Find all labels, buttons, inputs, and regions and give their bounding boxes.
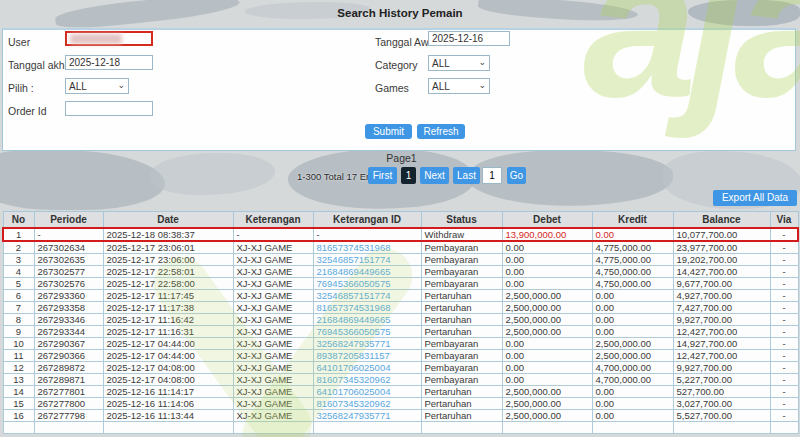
- table-cell: 267302577: [34, 266, 103, 278]
- table-cell: XJ-XJ GAME: [233, 241, 313, 254]
- keterangan-id-link[interactable]: 64101706025004: [313, 362, 421, 374]
- keterangan-id-link[interactable]: 32568247935771: [313, 338, 421, 350]
- table-cell: 9,677,700.00: [673, 278, 770, 290]
- table-row: 32673026352025-12-17 23:06:00XJ-XJ GAME3…: [3, 254, 798, 266]
- keterangan-id-link[interactable]: 81657374531968: [313, 302, 421, 314]
- keterangan-id-link[interactable]: 21684869449665: [313, 314, 421, 326]
- table-cell: [421, 422, 502, 434]
- table-cell: 2,500,000.00: [502, 314, 592, 326]
- keterangan-id-link[interactable]: 32546857151774: [313, 290, 421, 302]
- table-cell: 2025-12-17 22:58:01: [103, 266, 233, 278]
- page: aja Search History Pemain User Tanggal a…: [0, 0, 800, 437]
- category-select[interactable]: ALL ⌄: [428, 55, 490, 71]
- table-cell: [233, 422, 313, 434]
- table-cell: 267277798: [34, 410, 103, 422]
- order-id-input[interactable]: [65, 101, 153, 116]
- chevron-down-icon: ⌄: [117, 80, 125, 90]
- games-selected-value: ALL: [432, 81, 450, 92]
- table-cell: XJ-XJ GAME: [233, 350, 313, 362]
- table-cell: 14,927,700.00: [673, 338, 770, 350]
- column-header: No: [3, 212, 34, 229]
- table-cell: -: [770, 278, 798, 290]
- table-cell: -: [770, 228, 798, 241]
- games-label: Games: [375, 82, 409, 94]
- keterangan-id-link[interactable]: 81607345320962: [313, 398, 421, 410]
- table-cell: 5: [3, 278, 34, 290]
- refresh-button[interactable]: Refresh: [417, 124, 465, 139]
- category-selected-value: ALL: [432, 58, 450, 69]
- table-cell: 3,027,700.00: [673, 398, 770, 410]
- redacted-username: [70, 34, 122, 44]
- column-header: Keterangan: [233, 212, 313, 229]
- table-cell: 4,775,000.00: [592, 241, 673, 254]
- table-cell: 0.00: [592, 410, 673, 422]
- keterangan-id-link[interactable]: 81657374531968: [313, 241, 421, 254]
- current-page-button[interactable]: 1: [401, 167, 416, 184]
- table-cell: XJ-XJ GAME: [233, 278, 313, 290]
- table-cell: Pertaruhan: [421, 410, 502, 422]
- table-cell: XJ-XJ GAME: [233, 326, 313, 338]
- table-cell: 2025-12-17 23:06:00: [103, 254, 233, 266]
- last-page-button[interactable]: Last: [453, 167, 480, 184]
- tanggal-awal-input[interactable]: [428, 31, 510, 46]
- table-cell: 0.00: [502, 266, 592, 278]
- table-cell: 267293344: [34, 326, 103, 338]
- page-title: Search History Pemain: [0, 7, 800, 19]
- tanggal-akhir-input[interactable]: [65, 55, 153, 70]
- table-cell: 267302576: [34, 278, 103, 290]
- keterangan-id-link[interactable]: 81607345320962: [313, 374, 421, 386]
- table-cell: 10,077,700.00: [673, 228, 770, 241]
- keterangan-id-link[interactable]: 76945366050575: [313, 326, 421, 338]
- table-cell: 0.00: [592, 326, 673, 338]
- keterangan-id-link[interactable]: 64101706025004: [313, 386, 421, 398]
- keterangan-id-link[interactable]: 32568247935771: [313, 410, 421, 422]
- table-header-row: NoPeriodeDateKeteranganKeterangan IDStat…: [3, 212, 798, 229]
- table-cell: 16: [3, 410, 34, 422]
- table-cell: 2,500,000.00: [592, 338, 673, 350]
- table-cell: 2025-12-17 11:16:31: [103, 326, 233, 338]
- table-cell: -: [770, 290, 798, 302]
- table-cell: Pembayaran: [421, 241, 502, 254]
- table-cell: 14,427,700.00: [673, 266, 770, 278]
- tanggal-akhir-label: Tanggal akhir: [8, 59, 70, 71]
- table-cell: 0.00: [592, 314, 673, 326]
- table-cell: 2,500,000.00: [502, 326, 592, 338]
- table-cell: 267293358: [34, 302, 103, 314]
- table-cell: 0.00: [592, 386, 673, 398]
- pilih-label: Pilih :: [8, 82, 34, 94]
- table-row: 142672778012025-12-16 11:14:17XJ-XJ GAME…: [3, 386, 798, 398]
- table-cell: [592, 422, 673, 434]
- table-cell: [770, 422, 798, 434]
- table-cell: Pertaruhan: [421, 326, 502, 338]
- table-row: 92672933442025-12-17 11:16:31XJ-XJ GAME7…: [3, 326, 798, 338]
- table-cell: Pembayaran: [421, 338, 502, 350]
- goto-page-input[interactable]: [482, 167, 502, 184]
- table-cell: 8: [3, 314, 34, 326]
- games-select[interactable]: ALL ⌄: [428, 78, 490, 94]
- table-cell: 2,500,000.00: [502, 410, 592, 422]
- table-cell: 2025-12-16 11:14:17: [103, 386, 233, 398]
- table-row: 122672898722025-12-17 04:08:00XJ-XJ GAME…: [3, 362, 798, 374]
- keterangan-id-link[interactable]: 21684869449665: [313, 266, 421, 278]
- export-all-data-button[interactable]: Export All Data: [713, 190, 797, 206]
- submit-button[interactable]: Submit: [365, 124, 412, 139]
- keterangan-id-link[interactable]: 32546857151774: [313, 254, 421, 266]
- keterangan-id-link[interactable]: 89387205831157: [313, 350, 421, 362]
- table-row: 22673026342025-12-17 23:06:01XJ-XJ GAME8…: [3, 241, 798, 254]
- table-row: 42673025772025-12-17 22:58:01XJ-XJ GAME2…: [3, 266, 798, 278]
- table-cell: 2,500,000.00: [502, 290, 592, 302]
- pilih-select[interactable]: ALL ⌄: [65, 78, 129, 94]
- table-row: [3, 422, 798, 434]
- table-cell: Pembayaran: [421, 362, 502, 374]
- table-cell: 267289871: [34, 374, 103, 386]
- user-input[interactable]: [65, 31, 153, 46]
- first-page-button[interactable]: First: [368, 167, 397, 184]
- next-page-button[interactable]: Next: [420, 167, 449, 184]
- table-cell: 267290367: [34, 338, 103, 350]
- table-cell: -: [770, 410, 798, 422]
- table-cell: 2025-12-17 04:44:00: [103, 350, 233, 362]
- keterangan-id-link[interactable]: 76945366050575: [313, 278, 421, 290]
- go-button[interactable]: Go: [507, 167, 526, 184]
- order-id-label: Order Id: [8, 105, 47, 117]
- table-cell: XJ-XJ GAME: [233, 386, 313, 398]
